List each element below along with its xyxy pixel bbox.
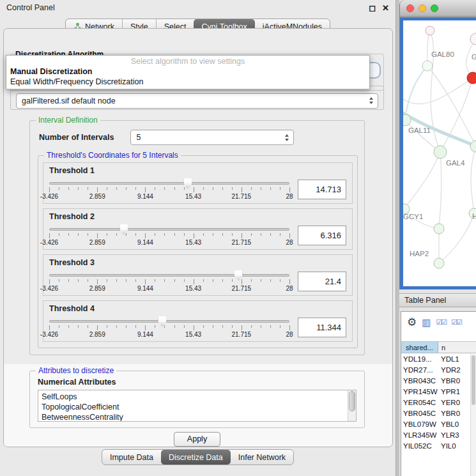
table-cell-shared-name: YIL052C bbox=[401, 442, 438, 450]
tick-mark bbox=[242, 233, 242, 238]
network-node[interactable] bbox=[422, 61, 433, 71]
threshold-row: -3.4262.8599.14415.4321.7152814.713 bbox=[49, 176, 346, 201]
column-header-name[interactable]: n bbox=[438, 342, 476, 353]
tick-mark bbox=[59, 233, 59, 236]
threshold-value[interactable]: 14.713 bbox=[298, 180, 346, 199]
float-window-button[interactable]: ◻ bbox=[369, 3, 376, 13]
threshold-slider[interactable]: -3.4262.8599.14415.4321.71528 bbox=[49, 222, 289, 247]
tick-mark bbox=[116, 233, 117, 236]
tick-mark bbox=[289, 325, 290, 330]
interval-definition-group: Interval Definition Number of Intervals … bbox=[29, 120, 365, 355]
close-button[interactable] bbox=[406, 4, 414, 12]
tick-mark bbox=[232, 233, 233, 236]
slider-ticks bbox=[49, 325, 289, 330]
tick-mark bbox=[289, 187, 290, 192]
tab-infer-network[interactable]: Infer Network bbox=[231, 450, 293, 464]
threshold-slider[interactable]: -3.4262.8599.14415.4321.71528 bbox=[49, 268, 289, 293]
number-of-intervals-value: 5 bbox=[136, 133, 141, 142]
network-node-label: GCY1 bbox=[403, 213, 423, 220]
list-item[interactable]: BetweennessCentrality bbox=[42, 412, 346, 422]
attributes-scrollbar[interactable] bbox=[348, 390, 356, 421]
network-node[interactable] bbox=[467, 72, 476, 84]
threshold-value[interactable]: 11.344 bbox=[298, 318, 346, 337]
popup-item[interactable]: Manual Discretization bbox=[6, 66, 369, 77]
scale-label: 9.144 bbox=[137, 239, 153, 246]
network-node[interactable] bbox=[434, 258, 444, 268]
network-node[interactable] bbox=[434, 224, 444, 234]
slider-ticks bbox=[49, 279, 289, 284]
tab-impute-data[interactable]: Impute Data bbox=[102, 450, 161, 464]
slider-track[interactable] bbox=[49, 320, 289, 323]
close-window-button[interactable]: ✕ bbox=[382, 3, 389, 13]
column-header-shared-name[interactable]: shared... bbox=[401, 342, 438, 353]
scale-label: 28 bbox=[286, 193, 293, 200]
table-toolbar: ⚙▥☑☑☑☑ bbox=[401, 312, 476, 333]
threshold-slider[interactable]: -3.4262.8599.14415.4321.71528 bbox=[49, 176, 289, 201]
tick-mark bbox=[68, 325, 69, 328]
tick-mark bbox=[251, 279, 252, 282]
tick-mark bbox=[155, 279, 155, 282]
zoom-button[interactable] bbox=[431, 4, 438, 12]
select-rows-icon[interactable]: ☑☑ bbox=[451, 319, 461, 326]
tick-mark bbox=[97, 325, 98, 330]
tick-mark bbox=[49, 187, 50, 192]
scrollbar-thumb[interactable] bbox=[349, 391, 355, 411]
network-view-frame: GAL80GGAL11GAL4GCY1HHAP2 bbox=[400, 17, 476, 289]
slider-scale-labels: -3.4262.8599.14415.4321.71528 bbox=[49, 331, 289, 339]
table-panel-title: Table Panel bbox=[404, 296, 446, 305]
scrollbar-thumb[interactable] bbox=[472, 355, 475, 405]
slider-track[interactable] bbox=[49, 228, 289, 231]
list-item[interactable]: TopologicalCoefficient bbox=[42, 402, 346, 412]
scale-label: -3.426 bbox=[40, 285, 58, 292]
threshold-slider[interactable]: -3.4262.8599.14415.4321.71528 bbox=[49, 314, 289, 339]
table-row[interactable]: YLR345WYLR3 bbox=[401, 429, 476, 440]
list-item[interactable]: SelfLoops bbox=[42, 392, 346, 402]
tick-mark bbox=[78, 325, 79, 328]
network-edge bbox=[405, 66, 427, 120]
table-row[interactable]: YDL19...YDL1 bbox=[401, 353, 476, 364]
minimize-button[interactable] bbox=[418, 4, 426, 12]
apply-button[interactable]: Apply bbox=[174, 432, 220, 447]
tick-mark bbox=[68, 233, 69, 236]
network-node[interactable] bbox=[470, 141, 476, 152]
tick-mark bbox=[68, 279, 69, 282]
columns-icon[interactable]: ▥ bbox=[422, 318, 431, 327]
number-of-intervals-combobox[interactable]: 5 bbox=[130, 130, 294, 145]
table-row[interactable]: YBL079WYBL0 bbox=[401, 418, 476, 429]
select-columns-icon[interactable]: ☑☑ bbox=[436, 319, 446, 326]
tick-mark bbox=[116, 187, 117, 190]
popup-item[interactable]: Equal Width/Frequency Discretization bbox=[6, 77, 369, 87]
table-row[interactable]: YER054CYER0 bbox=[401, 397, 476, 408]
gear-icon[interactable]: ⚙ bbox=[407, 317, 417, 328]
threshold-value[interactable]: 21.4 bbox=[298, 272, 346, 291]
tick-mark bbox=[280, 187, 280, 190]
table-row[interactable]: YIL052CYIL0 bbox=[401, 440, 476, 451]
network-node[interactable] bbox=[426, 26, 434, 35]
network-node[interactable] bbox=[470, 33, 476, 45]
table-row[interactable]: YBR043CYBR0 bbox=[401, 375, 476, 386]
bottom-tab-bar: Impute DataDiscretize DataInfer Network bbox=[102, 449, 294, 465]
control-panel-window: Control Panel ◻ ✕ NetworkStyleSelectCyni… bbox=[0, 0, 396, 476]
combo-stepper-icon bbox=[282, 134, 293, 141]
scale-label: 28 bbox=[286, 239, 293, 246]
slider-track[interactable] bbox=[49, 274, 289, 277]
table-cell-shared-name: YLR345W bbox=[401, 431, 438, 439]
scale-label: 15.43 bbox=[185, 193, 201, 200]
threshold-value[interactable]: 6.316 bbox=[298, 226, 346, 245]
tick-mark bbox=[59, 279, 59, 282]
scale-label: 28 bbox=[286, 331, 293, 338]
table-row[interactable]: YDR27...YDR2 bbox=[401, 364, 476, 375]
network-node[interactable] bbox=[434, 146, 447, 158]
network-canvas[interactable]: GAL80GGAL11GAL4GCY1HHAP2 bbox=[403, 20, 476, 286]
table-data-combobox[interactable]: galFiltered.sif default node bbox=[16, 93, 378, 109]
tick-mark bbox=[68, 187, 69, 190]
tick-mark bbox=[203, 279, 204, 282]
slider-track[interactable] bbox=[49, 182, 289, 185]
table-row[interactable]: YPR145WYPR1 bbox=[401, 386, 476, 397]
tab-discretize-data[interactable]: Discretize Data bbox=[161, 450, 231, 464]
threshold-row: -3.4262.8599.14415.4321.7152821.4 bbox=[49, 268, 346, 293]
table-row[interactable]: YBR045CYBR0 bbox=[401, 408, 476, 418]
threshold-block: Threshold 3-3.4262.8599.14415.4321.71528… bbox=[43, 254, 353, 296]
table-scrollbar[interactable] bbox=[470, 354, 476, 476]
tick-mark bbox=[59, 187, 59, 190]
